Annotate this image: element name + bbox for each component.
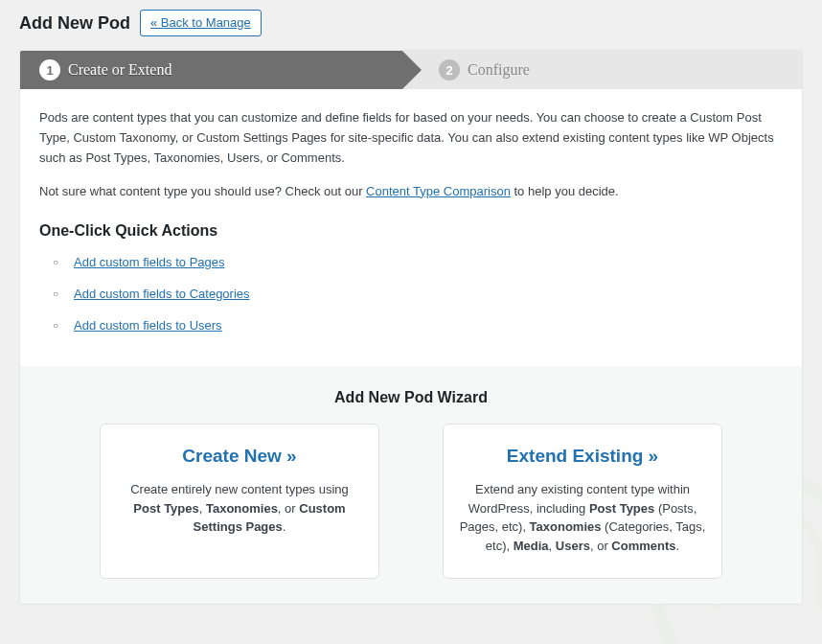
help-prefix: Not sure what content type you should us… bbox=[39, 184, 366, 198]
extend-existing-description: Extend any existing content type within … bbox=[459, 480, 706, 555]
step-label: Create or Extend bbox=[68, 61, 171, 79]
wizard-container: 1 Create or Extend 2 Configure Pods are … bbox=[19, 50, 803, 605]
add-fields-users-link[interactable]: Add custom fields to Users bbox=[74, 318, 222, 333]
create-new-card[interactable]: Create New » Create entirely new content… bbox=[100, 424, 379, 579]
list-item: Add custom fields to Pages bbox=[74, 253, 783, 273]
quick-actions-heading: One-Click Quick Actions bbox=[39, 218, 783, 243]
back-to-manage-button[interactable]: « Back to Manage bbox=[140, 10, 262, 36]
page-title: Add New Pod bbox=[19, 13, 130, 34]
help-suffix: to help you decide. bbox=[511, 184, 619, 198]
list-item: Add custom fields to Users bbox=[74, 316, 783, 336]
extend-existing-card[interactable]: Extend Existing » Extend any existing co… bbox=[443, 424, 722, 579]
step-number: 2 bbox=[439, 59, 460, 80]
wizard-section-heading: Add New Pod Wizard bbox=[39, 389, 783, 406]
wizard-steps: 1 Create or Extend 2 Configure bbox=[20, 51, 802, 89]
page-header: Add New Pod « Back to Manage bbox=[19, 10, 803, 50]
step-label: Configure bbox=[468, 61, 530, 79]
step-content: Pods are content types that you can cust… bbox=[20, 89, 802, 366]
list-item: Add custom fields to Categories bbox=[74, 285, 783, 305]
add-fields-categories-link[interactable]: Add custom fields to Categories bbox=[74, 287, 250, 301]
quick-actions-list: Add custom fields to Pages Add custom fi… bbox=[39, 253, 783, 335]
add-fields-pages-link[interactable]: Add custom fields to Pages bbox=[74, 255, 225, 269]
content-type-comparison-link[interactable]: Content Type Comparison bbox=[366, 184, 511, 198]
step-create-or-extend[interactable]: 1 Create or Extend bbox=[20, 51, 402, 89]
create-new-title: Create New » bbox=[116, 446, 363, 467]
wizard-cards: Create New » Create entirely new content… bbox=[39, 424, 783, 579]
intro-paragraph: Pods are content types that you can cust… bbox=[39, 108, 783, 168]
help-paragraph: Not sure what content type you should us… bbox=[39, 182, 783, 202]
extend-existing-title: Extend Existing » bbox=[459, 446, 706, 467]
wizard-card-section: Add New Pod Wizard Create New » Create e… bbox=[20, 366, 802, 604]
create-new-description: Create entirely new content types using … bbox=[116, 480, 363, 537]
step-number: 1 bbox=[39, 59, 60, 80]
step-configure: 2 Configure bbox=[402, 51, 802, 89]
